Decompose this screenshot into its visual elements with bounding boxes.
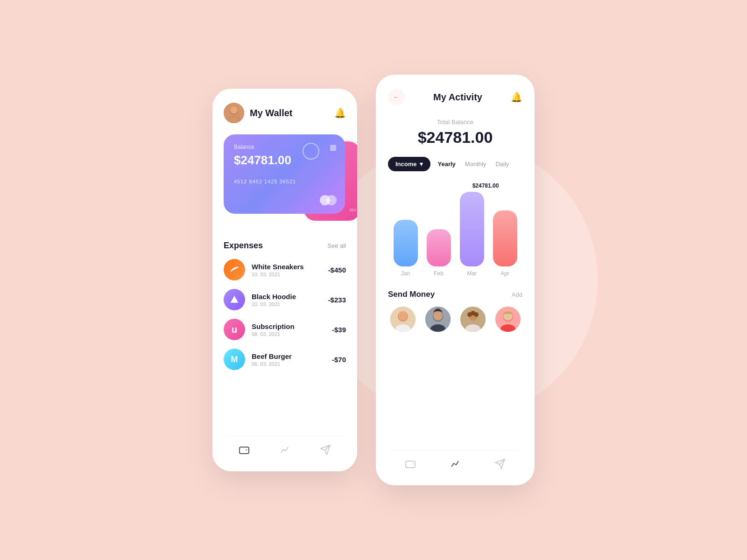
send-money-title: Send Money xyxy=(388,290,435,299)
card-purple-label: Balance xyxy=(234,144,335,150)
subscription-icon: u xyxy=(224,319,245,340)
bars-icon: ▦ xyxy=(330,143,337,152)
activity-title: My Activity xyxy=(433,92,482,103)
send-money-header: Send Money Add xyxy=(388,290,522,299)
bar-jan: Jan xyxy=(392,220,419,277)
add-contact-button[interactable]: Add xyxy=(512,291,522,298)
svg-point-14 xyxy=(398,311,408,321)
filter-tabs: Income ▾ Yearly Monthly Daily xyxy=(388,157,522,171)
bar-feb-label: Feb xyxy=(434,270,444,277)
bar-mar: Mar xyxy=(458,192,486,277)
expense-amount-burger: -$70 xyxy=(332,356,346,364)
bar-mar-label: Mar xyxy=(467,270,477,277)
expenses-header: Expenses See all xyxy=(224,241,346,251)
expense-item-subscription[interactable]: u Subscription 08. 03. 2021 -$39 xyxy=(224,319,346,340)
expense-name-sneakers: White Sneakers xyxy=(252,263,304,271)
expenses-title: Expenses xyxy=(224,241,263,251)
total-balance-label: Total Balance xyxy=(388,119,522,126)
card-purple-balance: $24781.00 xyxy=(234,153,335,168)
contacts-row xyxy=(388,307,522,332)
svg-point-3 xyxy=(230,106,238,114)
svg-rect-29 xyxy=(406,461,415,468)
chip-icon xyxy=(303,143,319,160)
wallet-bottom-nav xyxy=(224,436,346,462)
expense-name-burger: Beef Burger xyxy=(252,352,292,360)
chart-peak-label: $24781.00 xyxy=(452,182,519,189)
card-purple[interactable]: ▦ Balance $24781.00 4512 8452 1425 36521 xyxy=(224,134,345,214)
user-avatar[interactable] xyxy=(224,103,244,123)
nike-icon xyxy=(224,259,245,280)
contact-avatar-2[interactable] xyxy=(425,307,451,332)
expense-list: White Sneakers 10. 03. 2021 -$450 xyxy=(224,259,346,436)
phones-container: My Wallet 🔔 Ba $3 354 ▦ Balance $24781.0… xyxy=(212,75,535,485)
expense-item-sneakers[interactable]: White Sneakers 10. 03. 2021 -$450 xyxy=(224,259,346,280)
chart-container: $24781.00 Jan Feb Mar xyxy=(388,182,522,277)
expense-amount-subscription: -$39 xyxy=(332,326,346,334)
expense-item-hoodie[interactable]: Black Hoodie 10. 03. 2021 -$233 xyxy=(224,289,346,310)
expense-name-subscription: Subscription xyxy=(252,322,295,330)
card-number: 4512 8452 1425 36521 xyxy=(234,179,335,184)
filter-daily[interactable]: Daily xyxy=(493,158,511,170)
nav-chart-icon[interactable] xyxy=(279,444,290,458)
filter-monthly[interactable]: Monthly xyxy=(463,158,488,170)
expense-date-sneakers: 10. 03. 2021 xyxy=(252,272,304,277)
activity-nav-chart-icon[interactable] xyxy=(450,458,461,472)
wallet-title: My Wallet xyxy=(250,108,293,119)
phone-wallet: My Wallet 🔔 Ba $3 354 ▦ Balance $24781.0… xyxy=(212,89,357,471)
activity-notification-icon[interactable]: 🔔 xyxy=(511,91,522,103)
contact-avatar-1[interactable] xyxy=(390,307,416,332)
mcdonalds-icon: M xyxy=(224,349,245,370)
activity-header: ← My Activity 🔔 xyxy=(388,89,522,105)
activity-bottom-nav xyxy=(388,450,522,476)
phone-activity: ← My Activity 🔔 Total Balance $24781.00 … xyxy=(376,75,535,485)
notification-icon[interactable]: 🔔 xyxy=(334,107,346,119)
back-button[interactable]: ← xyxy=(388,89,405,105)
expense-amount-hoodie: -$233 xyxy=(328,296,346,304)
bar-feb-fill xyxy=(427,229,451,266)
expense-name-hoodie: Black Hoodie xyxy=(252,293,296,301)
activity-nav-send-icon[interactable] xyxy=(494,458,506,472)
see-all-button[interactable]: See all xyxy=(327,242,346,249)
total-balance-amount: $24781.00 xyxy=(388,128,522,147)
expense-item-burger[interactable]: M Beef Burger 06. 03. 2021 -$70 xyxy=(224,349,346,370)
expense-date-hoodie: 10. 03. 2021 xyxy=(252,301,296,307)
contact-avatar-3[interactable] xyxy=(460,307,486,332)
bar-apr-label: Apr xyxy=(500,270,509,277)
svg-point-18 xyxy=(433,311,443,321)
expense-date-subscription: 08. 03. 2021 xyxy=(252,331,295,337)
adidas-icon xyxy=(224,289,245,310)
nav-send-icon[interactable] xyxy=(320,444,331,458)
bar-mar-fill xyxy=(460,192,484,266)
bar-jan-fill xyxy=(394,220,418,266)
nav-wallet-icon[interactable] xyxy=(239,444,250,458)
bar-apr: Apr xyxy=(491,210,519,277)
chart-bars: Jan Feb Mar Apr xyxy=(392,193,519,277)
bar-feb: Feb xyxy=(425,229,452,277)
bar-apr-fill xyxy=(493,210,517,266)
wallet-header: My Wallet 🔔 xyxy=(224,103,346,123)
svg-point-24 xyxy=(474,312,479,317)
income-filter[interactable]: Income ▾ xyxy=(388,157,430,171)
filter-yearly[interactable]: Yearly xyxy=(436,158,458,170)
activity-nav-wallet-icon[interactable] xyxy=(405,458,416,472)
expense-amount-sneakers: -$450 xyxy=(328,266,346,274)
svg-rect-8 xyxy=(240,447,249,454)
expense-date-burger: 06. 03. 2021 xyxy=(252,361,292,367)
cards-container: Ba $3 354 ▦ Balance $24781.00 4512 8452 … xyxy=(224,134,346,228)
mastercard-logo xyxy=(320,195,337,205)
bar-jan-label: Jan xyxy=(401,270,410,277)
contact-avatar-4[interactable] xyxy=(495,307,521,332)
